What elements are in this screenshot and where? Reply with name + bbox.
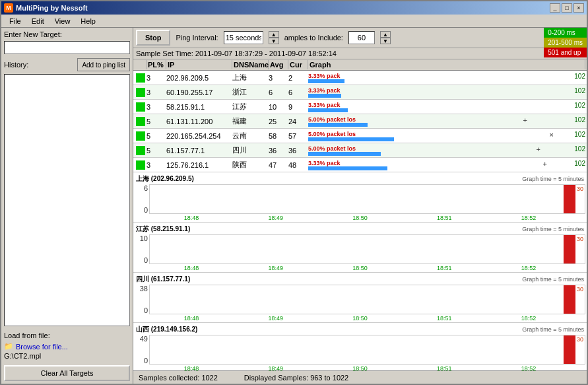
file-path: G:\CT2.mpl [4, 352, 130, 360]
chart-time-tick: 18:48 [184, 315, 199, 322]
chart-time-tick: 18:49 [268, 265, 283, 271]
graph-cell: 5.00% packet los + 102 [307, 115, 587, 128]
load-label: Load from file: [4, 332, 130, 339]
minimize-button[interactable]: _ [550, 3, 560, 13]
chart-item: 四川 (61.157.77.1) Graph time = 5 minutes … [133, 273, 587, 323]
chart-red-block [564, 335, 575, 364]
legend: 0-200 ms 201-500 ms 501 and up [544, 28, 587, 57]
chart-time-tick: 18:50 [352, 315, 368, 322]
menu-bar: File Edit View Help [1, 15, 587, 28]
chart-time-tick: 18:50 [352, 365, 368, 370]
folder-icon: 📁 [4, 342, 13, 351]
chart-30-label: 30 [577, 186, 583, 192]
add-to-ping-list-button[interactable]: Add to ping list [77, 58, 130, 71]
cur-value: 36 [287, 146, 307, 155]
dns-value: 江苏 [231, 101, 267, 112]
dns-value: 云南 [231, 130, 267, 141]
chart-time-tick: 18:48 [184, 215, 199, 221]
title-bar: M MultiPing by Nessoft _ □ × [1, 1, 587, 15]
left-panel: Enter New Target: History: Add to ping l… [1, 28, 133, 384]
cur-value: 57 [287, 131, 307, 141]
samples-down[interactable]: ▼ [380, 38, 391, 44]
clear-all-targets-button[interactable]: Clear All Targets [4, 365, 130, 381]
samples-collected-status: Samples collected: 1022 [139, 374, 218, 382]
table-row[interactable]: 5 61.131.11.200 福建 25 24 5.00% packet lo… [133, 114, 587, 129]
menu-file[interactable]: File [4, 16, 26, 26]
table-header: PL% IP DNSName Avg Cur Graph [133, 59, 587, 71]
graph-cell: 5.00% packet los × 102 [307, 129, 587, 143]
chart-y-max: 6 [144, 184, 148, 192]
chart-red-block [564, 235, 575, 263]
status-bar: Samples collected: 1022 Displayed Sample… [133, 370, 587, 384]
chart-time-label: Graph time = 5 minutes [522, 276, 584, 283]
chart-30-label: 30 [577, 236, 583, 242]
pl-value: 3 [145, 102, 165, 112]
chart-y-zero: 0 [144, 206, 148, 214]
avg-value: 58 [267, 131, 287, 141]
chart-svg [150, 285, 585, 314]
history-list[interactable] [4, 74, 130, 326]
ping-interval-input[interactable] [224, 31, 263, 44]
status-indicator [133, 131, 145, 141]
menu-view[interactable]: View [49, 16, 76, 26]
table-row[interactable]: 5 220.165.254.254 云南 58 57 5.00% packet … [133, 129, 587, 143]
chart-y-max: 38 [140, 285, 148, 293]
close-button[interactable]: × [573, 3, 584, 13]
graph-cell: 3.33% pack 102 [307, 86, 587, 99]
stop-button[interactable]: Stop [136, 30, 170, 46]
chart-time-label: Graph time = 5 minutes [522, 176, 584, 182]
chart-title: 四川 (61.157.77.1) [136, 275, 190, 284]
chart-time-tick: 18:49 [268, 315, 283, 322]
col-pl: PL% [147, 60, 166, 69]
browse-button[interactable]: 📁 Browse for file... [4, 342, 130, 351]
col-avg: Avg [269, 60, 288, 69]
maximize-button[interactable]: □ [562, 3, 572, 13]
table-row[interactable]: 3 60.190.255.17 浙江 6 6 3.33% pack 102 [133, 85, 587, 100]
col-status [135, 60, 147, 69]
chart-time-tick: 18:51 [437, 315, 452, 322]
enter-target-label: Enter New Target: [4, 30, 130, 38]
table-row[interactable]: 3 202.96.209.5 上海 3 2 3.33% pack 102 [133, 71, 587, 85]
col-graph: Graph [308, 60, 585, 69]
menu-edit[interactable]: Edit [26, 16, 49, 26]
chart-time-tick: 18:52 [521, 365, 537, 370]
col-dns: DNSName [232, 60, 269, 69]
legend-red: 501 and up [544, 48, 587, 57]
ping-interval-up[interactable]: ▲ [269, 31, 279, 38]
samples-spinner: ▲ ▼ [380, 31, 391, 44]
target-input[interactable] [4, 41, 130, 54]
ip-value: 125.76.216.1 [165, 160, 231, 170]
chart-time-tick: 18:51 [437, 265, 452, 271]
title-text: M MultiPing by Nessoft [4, 3, 88, 13]
table-row[interactable]: 3 125.76.216.1 陕西 47 48 3.33% pack + 102 [133, 158, 587, 172]
main-content: Enter New Target: History: Add to ping l… [1, 28, 587, 384]
main-window: M MultiPing by Nessoft _ □ × File Edit V… [0, 0, 588, 385]
dns-value: 四川 [231, 145, 267, 156]
col-cur: Cur [288, 60, 308, 69]
pl-value: 5 [145, 117, 165, 126]
displayed-samples-status: Displayed Samples: 963 to 1022 [244, 374, 348, 382]
ping-interval-down[interactable]: ▼ [269, 38, 279, 44]
chart-time-tick: 18:51 [437, 365, 452, 370]
chart-time-tick: 18:52 [521, 215, 537, 221]
graph-cell: 3.33% pack 102 [307, 71, 587, 85]
dns-value: 浙江 [231, 87, 267, 98]
history-section: History: Add to ping list [4, 58, 130, 71]
right-panel: Stop Ping Interval: ▲ ▼ amples to Includ… [133, 28, 587, 384]
avg-value: 3 [267, 73, 287, 83]
status-indicator [133, 116, 145, 127]
table-row[interactable]: 5 61.157.77.1 四川 36 36 5.00% packet los … [133, 143, 587, 158]
avg-value: 25 [267, 117, 287, 126]
chart-item: 江苏 (58.215.91.1) Graph time = 5 minutes … [133, 223, 587, 273]
window-controls: _ □ × [550, 3, 584, 13]
chart-time-tick: 18:51 [437, 215, 452, 221]
table-row[interactable]: 3 58.215.91.1 江苏 10 9 3.33% pack 102 [133, 100, 587, 114]
avg-value: 10 [267, 102, 287, 112]
menu-help[interactable]: Help [75, 16, 101, 26]
samples-up[interactable]: ▲ [380, 31, 391, 38]
cur-value: 9 [287, 102, 307, 112]
samples-input[interactable] [348, 31, 375, 44]
charts-section: 上海 (202.96.209.5) Graph time = 5 minutes… [133, 172, 587, 370]
legend-yellow: 201-500 ms [544, 38, 587, 48]
avg-value: 36 [267, 146, 287, 155]
